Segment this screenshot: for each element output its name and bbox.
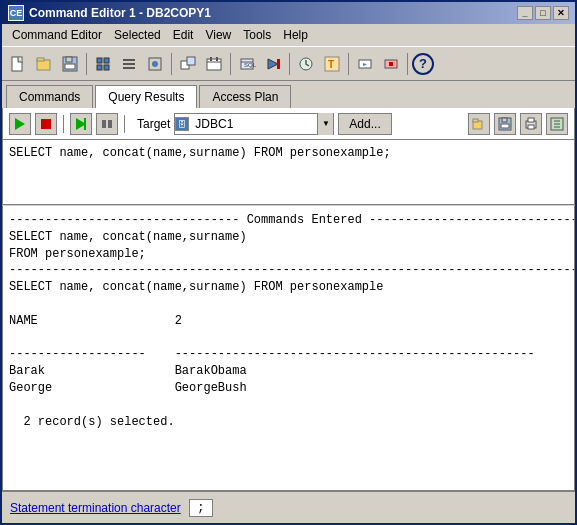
menu-tools[interactable]: Tools (237, 26, 277, 44)
svg-point-14 (152, 61, 158, 67)
btn7[interactable] (176, 52, 200, 76)
tab-access-plan[interactable]: Access Plan (199, 85, 291, 108)
svg-rect-20 (216, 57, 218, 61)
open-script-btn[interactable] (468, 113, 490, 135)
main-window: CE Command Editor 1 - DB2COPY1 _ □ ✕ Com… (0, 0, 577, 525)
sep4 (289, 53, 290, 75)
btn5[interactable] (117, 52, 141, 76)
svg-rect-6 (97, 58, 102, 63)
svg-rect-37 (102, 120, 106, 128)
cmd-sep1 (63, 115, 64, 133)
svg-rect-9 (104, 65, 109, 70)
svg-rect-38 (108, 120, 112, 128)
stop-button[interactable] (35, 113, 57, 135)
help-button[interactable]: ? (412, 53, 434, 75)
menu-edit[interactable]: Edit (167, 26, 200, 44)
btn4[interactable] (91, 52, 115, 76)
svg-rect-45 (528, 118, 534, 122)
svg-rect-19 (210, 57, 212, 61)
target-db-icon: 🗄 (175, 117, 189, 131)
svg-rect-46 (528, 125, 534, 129)
svg-rect-43 (501, 124, 509, 128)
svg-rect-17 (207, 59, 221, 70)
svg-rect-32 (389, 62, 393, 66)
print-btn[interactable] (520, 113, 542, 135)
minimize-button[interactable]: _ (517, 6, 533, 20)
menu-view[interactable]: View (199, 26, 237, 44)
maximize-button[interactable]: □ (535, 6, 551, 20)
results-content: -------------------------------- Command… (2, 205, 575, 491)
sql-editor[interactable]: SELECT name, concat(name,surname) FROM p… (2, 140, 575, 205)
svg-rect-5 (65, 64, 75, 69)
sep3 (230, 53, 231, 75)
svg-rect-42 (502, 118, 507, 122)
btn6[interactable] (143, 52, 167, 76)
btn13[interactable] (353, 52, 377, 76)
btn9[interactable]: SQL (235, 52, 259, 76)
main-toolbar: SQL T ? (2, 47, 575, 81)
save-button[interactable] (58, 52, 82, 76)
title-bar: CE Command Editor 1 - DB2COPY1 _ □ ✕ (2, 2, 575, 24)
svg-rect-8 (97, 65, 102, 70)
menu-bar: Command Editor Selected Edit View Tools … (2, 24, 575, 47)
menu-selected[interactable]: Selected (108, 26, 167, 44)
menu-help[interactable]: Help (277, 26, 314, 44)
btn10[interactable] (261, 52, 285, 76)
open-button[interactable] (32, 52, 56, 76)
svg-rect-0 (12, 57, 22, 71)
svg-text:T: T (328, 59, 334, 70)
termination-label[interactable]: Statement termination character (10, 501, 181, 515)
target-selector[interactable]: 🗄 JDBC1 ▼ (174, 113, 334, 135)
sep1 (86, 53, 87, 75)
btn8[interactable] (202, 52, 226, 76)
tab-query-results[interactable]: Query Results (95, 85, 197, 108)
menu-command-editor[interactable]: Command Editor (6, 26, 108, 44)
status-bar: Statement termination character (2, 491, 575, 523)
target-value: JDBC1 (193, 117, 317, 131)
title-buttons: _ □ ✕ (517, 6, 569, 20)
svg-rect-2 (37, 58, 44, 61)
save-script-btn[interactable] (494, 113, 516, 135)
btn11[interactable] (294, 52, 318, 76)
cmd-btn3[interactable] (70, 113, 92, 135)
svg-rect-16 (187, 57, 195, 65)
sep5 (348, 53, 349, 75)
export-btn[interactable] (546, 113, 568, 135)
svg-marker-24 (268, 59, 278, 69)
svg-rect-34 (41, 119, 51, 129)
tabs-row: Commands Query Results Access Plan (2, 81, 575, 108)
target-label: Target (137, 117, 170, 131)
close-button[interactable]: ✕ (553, 6, 569, 20)
btn12[interactable]: T (320, 52, 344, 76)
sep2 (171, 53, 172, 75)
title-bar-left: CE Command Editor 1 - DB2COPY1 (8, 5, 211, 21)
sep6 (407, 53, 408, 75)
tab-commands[interactable]: Commands (6, 85, 93, 108)
new-button[interactable] (6, 52, 30, 76)
svg-rect-7 (104, 58, 109, 63)
cmd-btn4[interactable] (96, 113, 118, 135)
window-title: Command Editor 1 - DB2COPY1 (29, 6, 211, 20)
run-button[interactable] (9, 113, 31, 135)
svg-marker-33 (15, 118, 25, 130)
btn14[interactable] (379, 52, 403, 76)
app-icon: CE (8, 5, 24, 21)
add-button[interactable]: Add... (338, 113, 391, 135)
cmd-sep2 (124, 115, 125, 133)
svg-rect-4 (66, 57, 72, 62)
sql-content: SELECT name, concat(name,surname) FROM p… (9, 146, 568, 160)
target-dropdown-arrow[interactable]: ▼ (317, 113, 333, 135)
svg-text:SQL: SQL (244, 62, 256, 68)
command-toolbar: Target 🗄 JDBC1 ▼ Add... (2, 108, 575, 140)
svg-rect-40 (473, 119, 478, 122)
svg-rect-25 (277, 59, 280, 69)
termination-input[interactable] (189, 499, 213, 517)
